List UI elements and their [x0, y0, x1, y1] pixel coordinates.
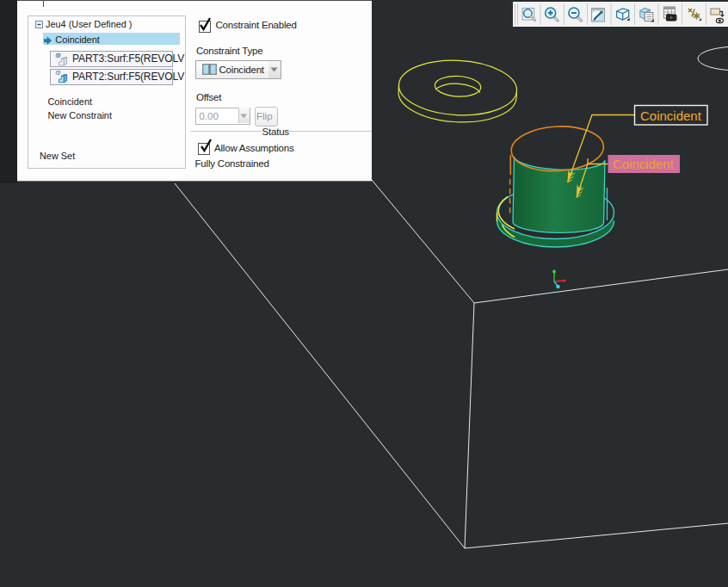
svg-text:Coincident: Coincident [613, 157, 675, 171]
svg-text:Coincident: Coincident [640, 108, 702, 123]
